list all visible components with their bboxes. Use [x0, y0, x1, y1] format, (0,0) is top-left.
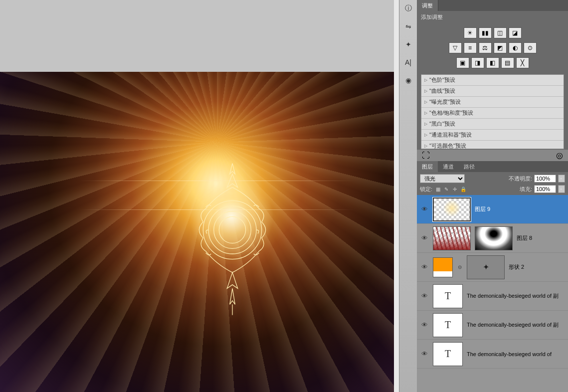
- mask3d-icon[interactable]: ◎: [556, 151, 563, 160]
- eye-icon[interactable]: 👁: [420, 321, 429, 330]
- layer-row[interactable]: 👁 ⊖ ✦ 形状 2: [417, 253, 568, 282]
- layer-name[interactable]: 形状 2: [509, 263, 565, 271]
- curves-icon[interactable]: ◫: [494, 27, 507, 38]
- layer-name[interactable]: The demonically-besieged world of 副: [467, 321, 565, 329]
- svg-point-0: [203, 201, 261, 259]
- threshold-icon[interactable]: ◧: [486, 57, 499, 68]
- layer-row[interactable]: 👁 T The demonically-besieged world of 副: [417, 282, 568, 311]
- lock-all-icon[interactable]: 🔒: [460, 186, 467, 193]
- lock-position-icon[interactable]: ✛: [451, 186, 458, 193]
- selective-color-icon[interactable]: ╳: [516, 57, 529, 68]
- text-layer-thumbnail[interactable]: T: [433, 342, 463, 366]
- adjustments-footer: ⛶ ◎: [417, 149, 568, 161]
- preset-levels[interactable]: "色阶"预设: [421, 75, 564, 86]
- scrollbar-vertical[interactable]: [394, 0, 399, 392]
- preset-list[interactable]: "色阶"预设 "曲线"预设 "曝光度"预设 "色相/饱和度"预设 "黑白"预设 …: [421, 74, 564, 149]
- brush-icon[interactable]: ✦: [402, 38, 415, 51]
- layers-tabbar: 图层 通道 路径: [417, 161, 568, 172]
- preset-curves[interactable]: "曲线"预设: [421, 86, 564, 97]
- preset-selcolor[interactable]: "可选颜色"预设: [421, 141, 564, 149]
- eye-icon[interactable]: 👁: [420, 350, 429, 359]
- fill-label: 填充:: [520, 186, 532, 193]
- vibrance-icon[interactable]: ▽: [449, 42, 462, 53]
- bw-icon[interactable]: ◩: [494, 42, 507, 53]
- link-icon[interactable]: ⊖: [457, 264, 463, 270]
- layer-mask-thumbnail[interactable]: [475, 226, 513, 250]
- preset-exposure[interactable]: "曝光度"预设: [421, 97, 564, 108]
- tab-adjustments[interactable]: 调整: [417, 0, 438, 11]
- photo-filter-icon[interactable]: ◐: [509, 42, 522, 53]
- invert-icon[interactable]: ▣: [456, 57, 469, 68]
- preset-bw[interactable]: "黑白"预设: [421, 119, 564, 130]
- right-panel: 调整 添加调整 ☀ ▮▮ ◫ ◪ ▽ ≡ ⚖ ◩ ◐ ⊙ ▣ ◨ ◧ ▤ ╳ "…: [417, 0, 568, 392]
- layer-thumbnail[interactable]: [433, 197, 471, 221]
- tab-channels[interactable]: 通道: [438, 161, 459, 172]
- layer-row[interactable]: 👁 图层 8: [417, 224, 568, 253]
- ornament-shape: [178, 158, 287, 318]
- canvas-empty-top: [0, 0, 394, 72]
- layer-name[interactable]: The demonically-besieged world of 副: [467, 292, 565, 300]
- canvas-area: [0, 0, 399, 392]
- tab-paths[interactable]: 路径: [459, 161, 480, 172]
- posterize-icon[interactable]: ◨: [471, 57, 484, 68]
- blend-mode-select[interactable]: 强光: [420, 174, 465, 183]
- opacity-label: 不透明度:: [509, 175, 532, 183]
- channel-mixer-icon[interactable]: ⊙: [524, 42, 537, 53]
- adjustments-tabbar: 调整: [417, 0, 568, 11]
- info-icon[interactable]: ⓘ: [402, 2, 415, 15]
- fill-thumbnail[interactable]: [433, 257, 453, 277]
- layer-name[interactable]: 图层 9: [475, 205, 565, 213]
- exposure-icon[interactable]: ◪: [509, 27, 522, 38]
- eye-icon[interactable]: 👁: [420, 234, 429, 243]
- camera-icon[interactable]: ◉: [402, 74, 415, 87]
- crop-icon[interactable]: ⛶: [422, 151, 430, 160]
- color-balance-icon[interactable]: ⚖: [479, 42, 492, 53]
- layer-row[interactable]: 👁 T The demonically-besieged world of: [417, 340, 568, 369]
- vector-mask-thumbnail[interactable]: ✦: [467, 255, 505, 279]
- gradient-map-icon[interactable]: ▤: [501, 57, 514, 68]
- lock-pixels-icon[interactable]: ✎: [443, 186, 450, 193]
- levels-icon[interactable]: ▮▮: [479, 27, 492, 38]
- fill-input[interactable]: [534, 185, 556, 193]
- opacity-input[interactable]: [534, 175, 556, 183]
- layers-list[interactable]: 👁 图层 9 👁 图层 8 👁 ⊖ ✦ 形状 2 👁 T The demonic…: [417, 195, 568, 392]
- preset-mixer[interactable]: "通道混和器"预设: [421, 130, 564, 141]
- svg-point-3: [219, 217, 245, 243]
- document-canvas[interactable]: [0, 72, 394, 392]
- type-icon[interactable]: A|: [402, 56, 415, 69]
- text-layer-thumbnail[interactable]: T: [433, 313, 463, 337]
- layer-controls: 强光 不透明度: ▸ 锁定: ▦ ✎ ✛ 🔒 填充: ▸: [417, 172, 568, 195]
- lock-label: 锁定:: [420, 186, 432, 193]
- opacity-flyout-icon[interactable]: ▸: [558, 175, 565, 183]
- mini-toolbar: ⓘ ⇋ ✦ A| ◉: [399, 0, 417, 392]
- sliders-icon[interactable]: ⇋: [402, 20, 415, 33]
- preset-hsl[interactable]: "色相/饱和度"预设: [421, 108, 564, 119]
- hsl-icon[interactable]: ≡: [464, 42, 477, 53]
- layer-thumbnail[interactable]: [433, 226, 471, 250]
- adjustment-icon-grid: ☀ ▮▮ ◫ ◪ ▽ ≡ ⚖ ◩ ◐ ⊙ ▣ ◨ ◧ ▤ ╳: [417, 23, 568, 72]
- layer-name[interactable]: The demonically-besieged world of: [467, 351, 565, 357]
- eye-icon[interactable]: 👁: [420, 205, 429, 214]
- tab-layers[interactable]: 图层: [417, 161, 438, 172]
- eye-icon[interactable]: 👁: [420, 292, 429, 301]
- adjustments-header: 添加调整: [417, 11, 568, 23]
- layer-name[interactable]: 图层 8: [517, 234, 565, 242]
- lock-transparent-icon[interactable]: ▦: [434, 186, 441, 193]
- brightness-icon[interactable]: ☀: [464, 27, 477, 38]
- fill-flyout-icon[interactable]: ▸: [558, 185, 565, 193]
- text-layer-thumbnail[interactable]: T: [433, 284, 463, 308]
- layer-row[interactable]: 👁 图层 9: [417, 195, 568, 224]
- eye-icon[interactable]: 👁: [420, 263, 429, 272]
- svg-point-1: [208, 206, 256, 254]
- layer-row[interactable]: 👁 T The demonically-besieged world of 副: [417, 311, 568, 340]
